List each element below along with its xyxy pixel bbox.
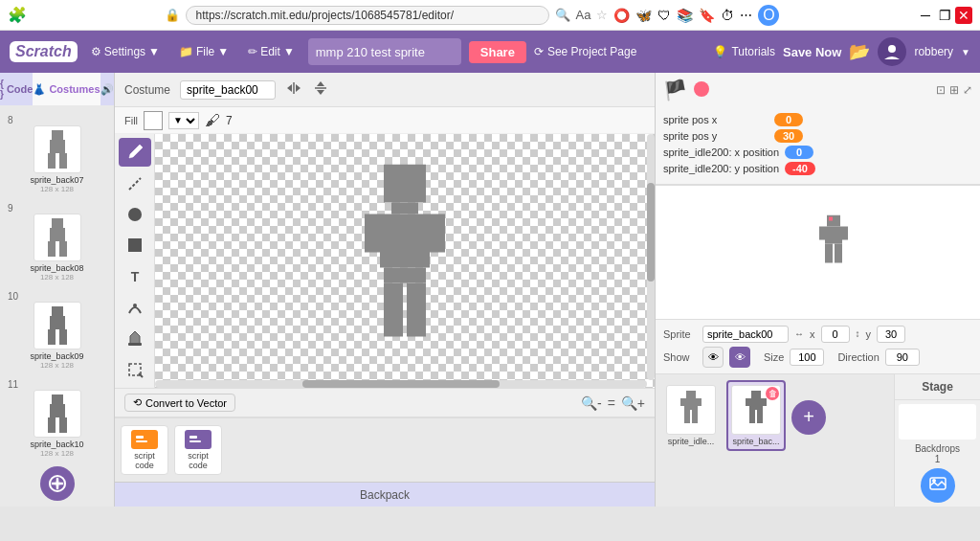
vpn-icon[interactable]: 🛡 xyxy=(657,8,671,23)
costume-number: 11 xyxy=(8,379,18,390)
show-hidden-button[interactable]: 👁 xyxy=(729,347,750,368)
user-avatar[interactable] xyxy=(878,37,906,66)
share-button[interactable]: Share xyxy=(469,41,526,63)
stop-button[interactable] xyxy=(693,80,710,101)
var-value-1: 0 xyxy=(774,113,803,126)
zoom-in-button[interactable]: 🔍+ xyxy=(621,395,645,411)
see-project-button[interactable]: ⟳ See Project Page xyxy=(534,45,636,58)
svg-rect-58 xyxy=(763,398,767,406)
paint-canvas[interactable] xyxy=(155,134,655,388)
extensions-icon[interactable]: ⋯ xyxy=(740,8,752,22)
var-value-3: 0 xyxy=(785,146,813,159)
sprite-thumbnails-row: sprite_idle... xyxy=(661,380,888,451)
project-name-input[interactable] xyxy=(308,38,461,65)
svg-rect-6 xyxy=(50,228,65,241)
circle-tool-button[interactable] xyxy=(119,200,151,229)
history-icon[interactable]: ⏱ xyxy=(721,8,734,23)
edit-icon: ✏ xyxy=(248,45,257,58)
script-tab-2[interactable]: script code xyxy=(174,425,222,475)
small-stage-button[interactable]: ⊡ xyxy=(936,83,946,97)
svg-rect-30 xyxy=(365,214,380,252)
flip-horizontal-button[interactable] xyxy=(285,79,302,101)
add-sprite-button[interactable]: + xyxy=(791,400,826,435)
zoom-reset-button[interactable]: = xyxy=(608,395,615,411)
zoom-out-button[interactable]: 🔍- xyxy=(581,395,602,411)
text-tool-button[interactable]: T xyxy=(119,262,151,291)
maximize-button[interactable]: ❐ xyxy=(936,7,953,24)
green-flag-button[interactable]: 🏴 xyxy=(663,79,687,101)
address-bar-url[interactable]: https://scratch.mit.edu/projects/1068545… xyxy=(186,6,549,25)
read-mode-icon[interactable]: Aa xyxy=(576,8,591,22)
rect-tool-button[interactable] xyxy=(119,231,151,259)
select-tool-button[interactable] xyxy=(119,355,151,384)
svg-rect-40 xyxy=(189,440,201,442)
delete-badge[interactable]: 🗑 xyxy=(766,387,779,400)
search-icon[interactable]: 🔍 xyxy=(555,8,570,22)
brush-icon[interactable]: 🖌 xyxy=(205,112,220,129)
sprite-thumb-name-1: sprite_idle... xyxy=(668,437,715,446)
add-backdrop-button[interactable] xyxy=(921,468,955,503)
tab-code[interactable]: { } Code xyxy=(0,73,33,105)
bookmark-icon[interactable]: 🔖 xyxy=(699,8,715,23)
fullscreen-button[interactable]: ⤢ xyxy=(963,83,972,97)
y-field[interactable] xyxy=(877,326,905,343)
fill-dropdown[interactable]: ▼ xyxy=(168,112,199,129)
fill-tool-button[interactable] xyxy=(119,324,151,352)
costume-name: sprite_back10 xyxy=(30,440,83,449)
settings-menu[interactable]: ⚙ Settings ▼ xyxy=(85,41,166,62)
costume-name-field[interactable] xyxy=(180,80,276,100)
script-tab-icon-2 xyxy=(185,430,212,449)
close-button[interactable]: ✕ xyxy=(955,7,972,24)
edit-menu[interactable]: ✏ Edit ▼ xyxy=(242,41,301,62)
profile-icon[interactable]: O xyxy=(758,5,779,26)
svg-rect-11 xyxy=(48,329,56,345)
fill-row: Fill ▼ 🖌 7 xyxy=(115,107,655,134)
add-costume-button[interactable] xyxy=(40,466,75,501)
x-field[interactable] xyxy=(821,326,850,343)
tools-panel: T xyxy=(115,134,155,388)
costume-thumbnail xyxy=(33,125,81,173)
minimize-button[interactable]: ─ xyxy=(917,7,934,24)
show-visible-button[interactable]: 👁 xyxy=(702,347,724,368)
tutorials-button[interactable]: 💡 Tutorials xyxy=(713,45,775,58)
sprite-thumb-1[interactable]: sprite_idle... xyxy=(661,380,721,451)
script-tab-sublabel-1: code xyxy=(135,461,154,470)
list-item[interactable]: 8 sprite_back07 128 x 128 xyxy=(4,111,110,197)
file-menu[interactable]: 📁 File ▼ xyxy=(173,41,234,62)
list-item[interactable]: 11 sprite_back10 128 x 128 xyxy=(4,375,110,461)
list-item[interactable]: 9 sprite_back08 128 x 128 xyxy=(4,199,110,285)
edit-chevron-icon: ▼ xyxy=(283,45,295,58)
large-stage-button[interactable]: ⊞ xyxy=(949,83,959,97)
fill-color-swatch[interactable] xyxy=(144,111,163,130)
svg-rect-34 xyxy=(407,282,426,336)
sprite-thumb-2[interactable]: 🗑 sprite_bac... xyxy=(726,380,786,451)
tab-costumes[interactable]: 👗 Costumes xyxy=(33,73,100,105)
lock-icon: 🔒 xyxy=(165,8,180,22)
size-label: Size xyxy=(764,351,784,363)
variable-row-2: sprite pos y 30 xyxy=(663,129,972,143)
costume-number: 9 xyxy=(8,203,13,214)
direction-label: Direction xyxy=(837,351,879,363)
text-icon: T xyxy=(131,269,140,284)
reshape-tool-button[interactable] xyxy=(119,293,151,322)
list-item[interactable]: 10 sprite_back09 128 x 128 xyxy=(4,287,110,373)
save-now-button[interactable]: Save Now xyxy=(783,45,841,59)
folder-icon[interactable]: 📂 xyxy=(849,41,870,62)
line-tool-button[interactable] xyxy=(119,169,151,197)
backdrops-label: Backdrops xyxy=(895,443,980,454)
script-tab-1[interactable]: script code xyxy=(121,425,168,475)
convert-to-vector-button[interactable]: ⟲ Convert to Vector xyxy=(124,394,235,412)
favorites-icon[interactable]: ☆ xyxy=(596,8,608,22)
fill-label: Fill xyxy=(124,115,138,126)
wallet-icon[interactable]: 📚 xyxy=(677,8,693,23)
brush-tool-button[interactable] xyxy=(119,138,151,167)
direction-field[interactable] xyxy=(885,349,920,366)
svg-rect-12 xyxy=(59,329,67,345)
app-icon: 🧩 xyxy=(8,6,27,24)
sprite-name-field[interactable] xyxy=(702,326,789,343)
size-field[interactable] xyxy=(790,349,824,366)
stage-mini-display xyxy=(899,404,976,440)
code-icon: { } xyxy=(0,79,4,100)
backpack-bar[interactable]: Backpack xyxy=(115,482,655,507)
flip-vertical-button[interactable] xyxy=(312,79,329,101)
